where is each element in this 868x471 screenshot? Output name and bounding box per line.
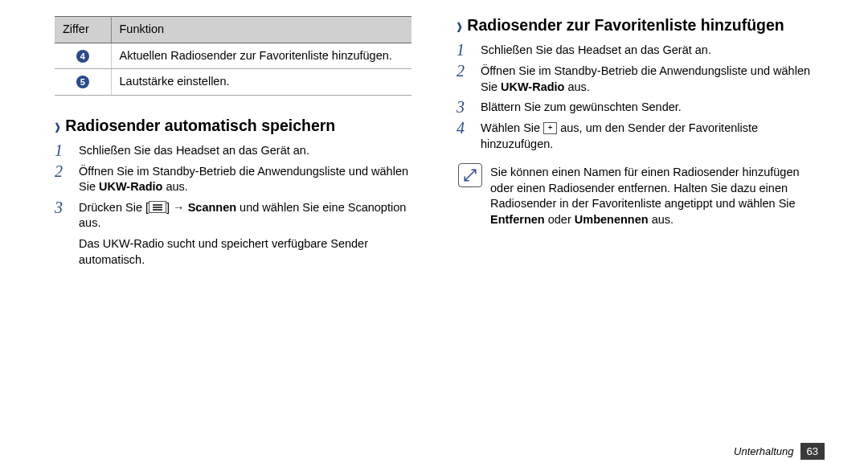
steps-list-right: 1 Schließen Sie das Headset an das Gerät… [457,41,813,155]
section-heading-auto-save: › Radiosender automatisch speichern [55,117,411,135]
step-text: Schließen Sie das Headset an das Gerät a… [481,41,813,59]
page-number: 63 [800,443,825,460]
section-heading-favorites: › Radiosender zur Favoritenliste hinzufü… [457,16,813,35]
note-icon [458,163,482,187]
note-text: Sie können einen Namen für einen Radiose… [490,163,813,227]
step-text: Blättern Sie zum gewünschten Sender. [481,98,813,116]
table-row: 4 Aktuellen Radiosender zur Favoritenlis… [55,43,411,69]
chevron-icon: › [55,114,60,139]
step-number: 3 [55,199,71,216]
number-badge-4: 4 [76,50,89,63]
step-text: Drücken Sie [] → Scannen und wählen Sie … [79,199,411,231]
step-number: 1 [457,41,473,59]
after-step-note: Das UKW-Radio sucht und speichert verfüg… [79,236,411,268]
table-head-funktion: Funktion [111,17,411,43]
step-number: 4 [457,119,473,137]
table-cell-text: Lautstärke einstellen. [111,69,411,96]
menu-icon [149,201,166,213]
chevron-icon: › [457,14,462,39]
step-text: Schließen Sie das Headset an das Gerät a… [79,141,411,159]
steps-list-left: 1 Schließen Sie das Headset an das Gerät… [55,141,411,235]
table-head-ziffer: Ziffer [55,17,111,43]
number-badge-5: 5 [76,76,89,88]
footer-section: Unterhaltung [734,445,793,457]
plus-icon: + [543,122,557,134]
function-table: Ziffer Funktion 4 Aktuellen Radiosender … [55,16,411,96]
page-footer: Unterhaltung 63 [734,443,825,460]
table-cell-text: Aktuellen Radiosender zur Favoritenliste… [111,43,411,69]
step-text: Öffnen Sie im Standby-Betrieb die Anwend… [481,62,813,95]
step-number: 2 [457,62,473,80]
step-number: 3 [457,98,473,116]
step-text: Öffnen Sie im Standby-Betrieb die Anwend… [79,162,411,195]
note-box: Sie können einen Namen für einen Radiose… [458,163,813,227]
step-number: 2 [55,162,71,180]
table-row: 5 Lautstärke einstellen. [55,69,411,96]
step-number: 1 [55,141,71,159]
step-text: Wählen Sie + aus, um den Sender der Favo… [481,119,813,152]
